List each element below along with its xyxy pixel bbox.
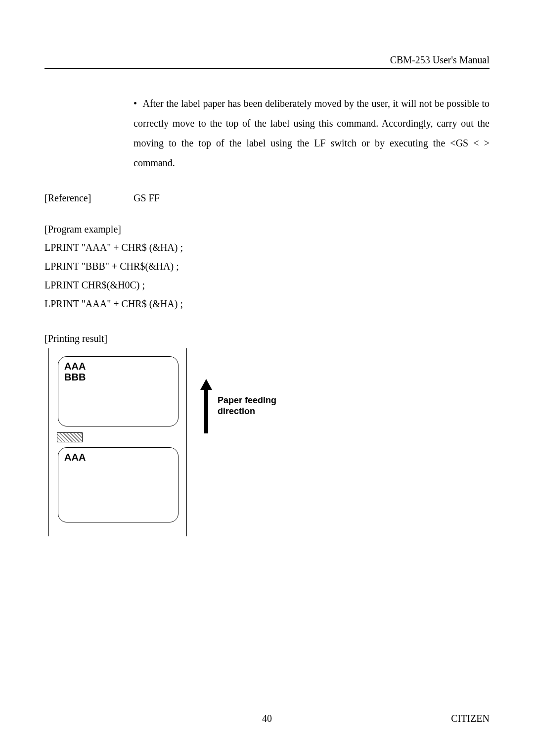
black-mark [57, 432, 83, 442]
printed-label-1: AAA BBB [58, 356, 178, 426]
paper-strip: AAA BBB AAA [48, 348, 187, 536]
svg-rect-1 [204, 389, 208, 433]
svg-marker-0 [200, 379, 212, 390]
code-line: LPRINT "BBB" + CHR$(&HA) ; [44, 257, 490, 276]
label1-line1: AAA [64, 361, 172, 372]
code-line: LPRINT "AAA" + CHR$ (&HA) ; [44, 294, 490, 313]
brand-name: CITIZEN [451, 713, 490, 724]
code-line: LPRINT "AAA" + CHR$ (&HA) ; [44, 238, 490, 257]
bullet-text: After the label paper has been deliberat… [134, 98, 490, 168]
arrow-up-icon [200, 379, 212, 436]
reference-value: GS FF [134, 192, 160, 204]
header-rule: CBM-253 User's Manual [44, 54, 490, 69]
arrow-label: Paper feeding direction [218, 395, 276, 417]
label2-line1: AAA [64, 452, 172, 463]
printing-result-label: [Printing result] [44, 333, 490, 344]
arrow-label-line1: Paper feeding [218, 395, 276, 406]
printed-label-2: AAA [58, 447, 178, 522]
page-number: 40 [262, 713, 272, 724]
arrow-label-line2: direction [218, 406, 276, 417]
label1-line2: BBB [64, 372, 172, 382]
page-footer: 40 CITIZEN [44, 713, 490, 724]
program-example-label: [Program example] [44, 224, 490, 235]
bullet-paragraph: • After the label paper has been deliber… [134, 94, 490, 173]
reference-row: [Reference] GS FF [44, 192, 490, 204]
bullet-icon: • [134, 94, 140, 113]
program-example-code: LPRINT "AAA" + CHR$ (&HA) ; LPRINT "BBB"… [44, 238, 490, 313]
reference-label: [Reference] [44, 192, 134, 204]
header-title: CBM-253 User's Manual [44, 54, 490, 68]
printing-result-diagram: AAA BBB AAA Paper feeding direction [44, 348, 490, 546]
code-line: LPRINT CHR$(&H0C) ; [44, 276, 490, 294]
